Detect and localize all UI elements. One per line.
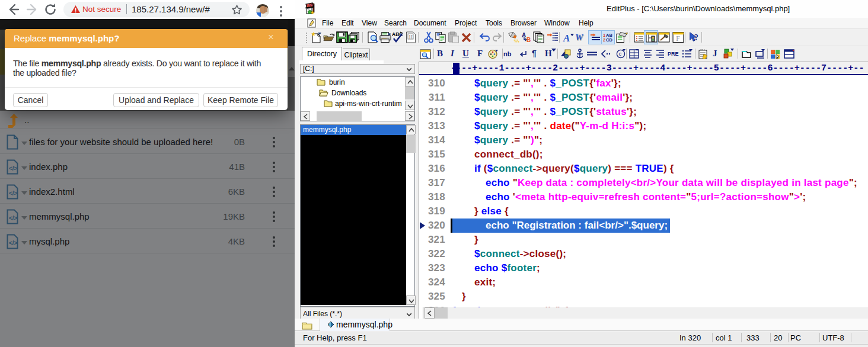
svg-text:</>: </> bbox=[9, 190, 18, 197]
svg-text:A: A bbox=[563, 33, 570, 43]
svg-text:W: W bbox=[576, 33, 584, 42]
svg-text:</>: </> bbox=[9, 240, 18, 246]
svg-text:F: F bbox=[676, 35, 680, 43]
svg-text:</>: </> bbox=[9, 215, 18, 221]
svg-text:CD: CD bbox=[606, 37, 612, 43]
svg-text:H: H bbox=[409, 34, 413, 40]
svg-text:2: 2 bbox=[603, 37, 605, 43]
svg-text:B: B bbox=[526, 37, 531, 43]
svg-text:?: ? bbox=[694, 33, 698, 42]
svg-text:</>: </> bbox=[9, 165, 18, 172]
svg-text:c: c bbox=[618, 50, 621, 57]
